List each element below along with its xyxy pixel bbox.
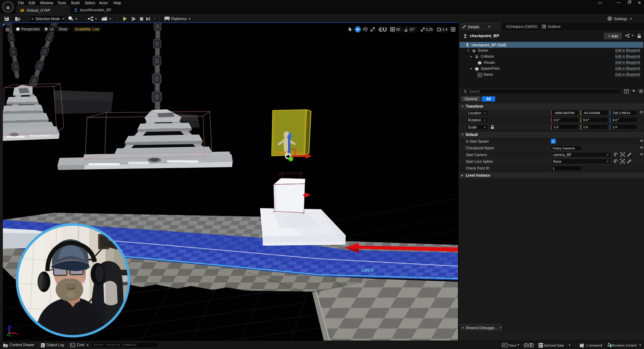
svg-text:Y: Y (9, 334, 11, 338)
svg-text:x: x (16, 332, 18, 336)
svg-text:LOCO: LOCO (361, 268, 374, 272)
svg-text:u: u (6, 4, 10, 11)
svg-text:z: z (10, 324, 12, 328)
svg-text:T: T (478, 74, 480, 77)
